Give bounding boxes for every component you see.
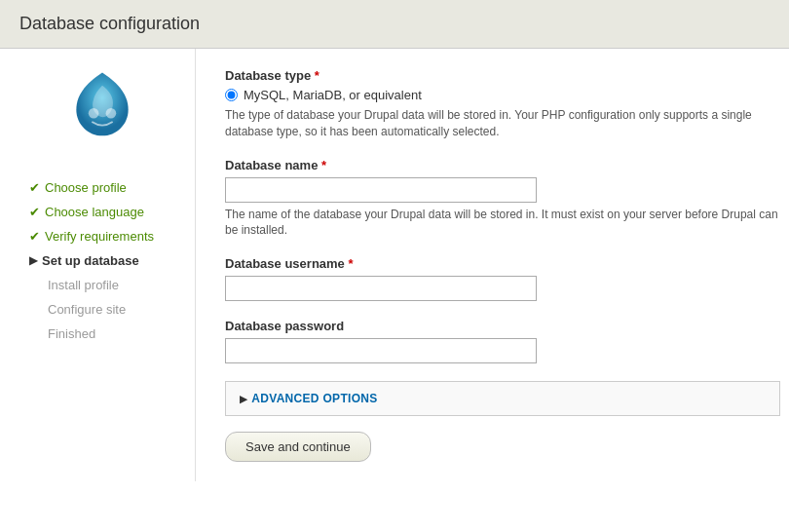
advanced-options-toggle[interactable]: ▶ ADVANCED OPTIONS bbox=[240, 392, 766, 405]
required-star: * bbox=[321, 158, 326, 172]
nav-list: ✔ Choose profile ✔ Choose language ✔ Ver… bbox=[29, 175, 175, 346]
db-name-label: Database name * bbox=[225, 158, 780, 172]
sidebar-item-label: Configure site bbox=[48, 302, 126, 317]
sidebar-item-set-up-database[interactable]: ▶ Set up database bbox=[29, 248, 175, 273]
sidebar-item-label: Choose language bbox=[45, 205, 144, 219]
save-button-area: Save and continue bbox=[225, 432, 780, 462]
sidebar-item-label: Install profile bbox=[48, 278, 119, 292]
sidebar-item-finished: Finished bbox=[29, 322, 175, 346]
required-star: * bbox=[315, 68, 319, 83]
main-content: Database type * MySQL, MariaDB, or equiv… bbox=[195, 49, 789, 481]
db-type-section: Database type * MySQL, MariaDB, or equiv… bbox=[225, 68, 780, 140]
arrow-icon: ▶ bbox=[29, 254, 37, 267]
checkmark-icon: ✔ bbox=[29, 229, 40, 244]
sidebar-item-install-profile: Install profile bbox=[29, 273, 175, 297]
db-username-section: Database username * bbox=[225, 256, 780, 301]
db-type-description: The type of database your Drupal data wi… bbox=[225, 107, 780, 140]
svg-point-1 bbox=[106, 108, 117, 119]
db-type-label: Database type * bbox=[225, 68, 780, 83]
sidebar-item-label: Choose profile bbox=[45, 180, 127, 195]
db-name-input[interactable] bbox=[225, 177, 537, 203]
page-header: Database configuration bbox=[0, 0, 789, 49]
db-username-label: Database username * bbox=[225, 256, 780, 271]
sidebar-item-configure-site: Configure site bbox=[29, 297, 175, 322]
db-name-section: Database name * The name of the database… bbox=[225, 158, 780, 240]
db-type-radio-label[interactable]: MySQL, MariaDB, or equivalent bbox=[244, 88, 422, 102]
sidebar-item-label: Verify requirements bbox=[45, 229, 154, 244]
checkmark-icon: ✔ bbox=[29, 180, 40, 195]
db-password-label: Database password bbox=[225, 319, 780, 333]
sidebar-item-label: Set up database bbox=[42, 253, 139, 268]
sidebar-item-label: Finished bbox=[48, 326, 95, 341]
required-star: * bbox=[348, 256, 353, 271]
sidebar-item-choose-language[interactable]: ✔ Choose language bbox=[29, 200, 175, 224]
drupal-logo bbox=[63, 68, 141, 146]
db-type-radio-group: MySQL, MariaDB, or equivalent bbox=[225, 88, 780, 102]
sidebar-item-choose-profile[interactable]: ✔ Choose profile bbox=[29, 175, 175, 200]
db-type-radio[interactable] bbox=[225, 89, 238, 101]
db-password-section: Database password bbox=[225, 319, 780, 363]
sidebar: ✔ Choose profile ✔ Choose language ✔ Ver… bbox=[0, 49, 195, 481]
db-password-input[interactable] bbox=[225, 338, 537, 363]
db-username-input[interactable] bbox=[225, 276, 537, 301]
save-continue-button[interactable]: Save and continue bbox=[225, 432, 371, 462]
checkmark-icon: ✔ bbox=[29, 205, 40, 219]
page-title: Database configuration bbox=[19, 14, 770, 34]
advanced-arrow-icon: ▶ bbox=[240, 394, 247, 404]
sidebar-item-verify-requirements[interactable]: ✔ Verify requirements bbox=[29, 224, 175, 248]
db-name-description: The name of the database your Drupal dat… bbox=[225, 207, 780, 240]
logo-area bbox=[29, 68, 175, 146]
advanced-options-box[interactable]: ▶ ADVANCED OPTIONS bbox=[225, 381, 780, 416]
svg-point-0 bbox=[89, 108, 99, 119]
